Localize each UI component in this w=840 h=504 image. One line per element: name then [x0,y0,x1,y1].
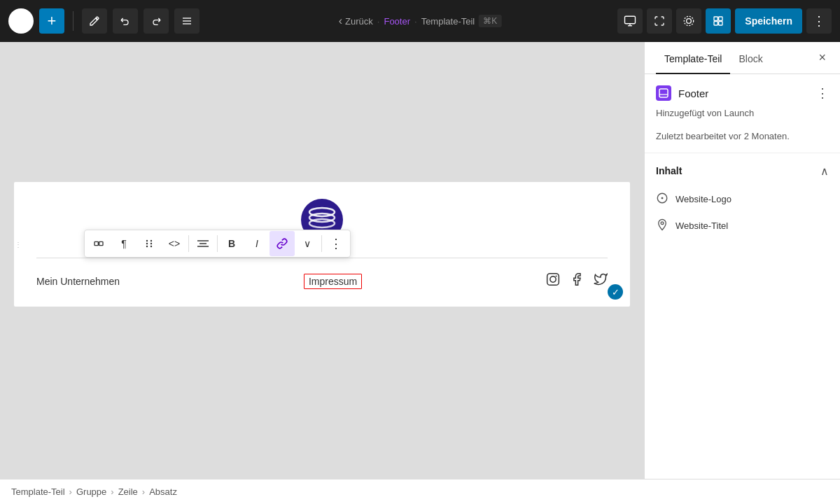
instagram-icon[interactable] [546,272,560,290]
block-options-button[interactable]: ⋮ [323,231,349,256]
social-icons-row [546,272,608,290]
desktop-view-button[interactable] [617,8,643,34]
tab-template-teil[interactable]: Template-Teil [656,42,730,74]
svg-rect-27 [547,274,559,286]
toolbar-sep1 [188,235,189,252]
sidebar-footer-title-row: Footer ⋮ [645,74,840,106]
back-button[interactable]: Zurück [339,15,373,27]
list-view-button[interactable] [174,8,200,34]
redo-button[interactable] [144,8,169,34]
location-icon [656,218,668,234]
wp-logo-icon[interactable] [8,8,34,34]
footer-block-icon [656,85,671,101]
sidebar-tabs: Template-Teil Block × [645,42,840,74]
inhalt-toggle-button[interactable]: ∧ [820,164,829,178]
save-button[interactable]: Speichern [735,8,802,34]
website-titel-label: Website-Titel [676,220,728,231]
sidebar-last-edited: Zuletzt bearbeitet vor 2 Monaten. [645,130,840,153]
footer-menu-button[interactable]: ⋮ [816,85,829,101]
svg-point-34 [661,221,664,224]
svg-point-19 [146,246,148,247]
topbar: + Zurück · Footer · Template-Teil ⌘K Spe… [0,0,840,42]
add-block-button[interactable]: + [39,8,64,34]
align-button[interactable] [190,231,216,256]
svg-point-29 [556,275,557,276]
footer-bottom-row: Mein Unternehmen Impressum [36,272,608,290]
svg-point-33 [662,197,663,199]
svg-point-8 [685,16,694,25]
breadcrumb-absatz[interactable]: Absatz [149,486,177,497]
sidebar-inhalt-header: Inhalt ∧ [645,153,840,186]
canvas-bottom-space [0,307,644,479]
bottom-breadcrumb: Template-Teil › Gruppe › Zeile › Absatz [0,479,840,504]
breadcrumb-type: Template-Teil [421,16,475,27]
left-drag-handle[interactable]: ⋮ [14,230,21,258]
circle-icon [656,192,668,207]
block-toolbar: ¶ <> B I ∨ ⋮ [84,230,351,258]
svg-rect-11 [714,22,718,25]
more-inline-button[interactable]: ∨ [295,231,320,256]
fullscreen-button[interactable] [647,8,672,34]
styles-button[interactable] [706,8,731,34]
svg-point-20 [150,246,152,247]
breadcrumb-footer[interactable]: Footer [384,16,410,27]
sidebar-item-website-titel[interactable]: Website-Titel [645,213,840,239]
svg-rect-12 [719,22,722,25]
more-options-button[interactable]: ⋮ [806,8,832,34]
svg-rect-30 [659,89,668,97]
topbar-right: Speichern ⋮ [617,8,832,34]
breadcrumb-zeile[interactable]: Zeile [118,486,138,497]
footer-block-label: Footer [678,88,708,99]
facebook-icon[interactable] [570,272,584,290]
main-area: ¶ <> B I ∨ ⋮ ⋮ [0,42,840,479]
bold-button[interactable]: B [219,231,244,256]
bb-sep1: › [69,486,72,497]
separator [73,11,74,31]
svg-point-18 [150,243,152,244]
svg-point-28 [550,276,556,282]
drag-dots-icon: ⋮ [15,241,21,248]
transform-button[interactable] [86,231,111,256]
link-button[interactable] [270,231,295,256]
inhalt-label: Inhalt [656,165,682,176]
sidebar-close-button[interactable]: × [816,48,829,68]
svg-point-15 [146,240,148,241]
svg-point-26 [309,219,335,227]
sidebar-added-by: Hinzugefügt von Launch [645,106,840,130]
svg-rect-13 [94,241,98,245]
breadcrumb-center: Zurück · Footer · Template-Teil ⌘K [339,15,502,27]
impressum-link[interactable]: Impressum [304,274,362,289]
breadcrumb-template-teil[interactable]: Template-Teil [11,486,65,497]
paragraph-button[interactable]: ¶ [111,231,136,256]
toolbar-sep2 [217,235,218,252]
svg-point-16 [150,240,152,241]
keyboard-shortcut: ⌘K [479,15,501,27]
footer-check-icon: ✓ [608,284,623,300]
svg-point-7 [687,19,692,24]
bb-sep3: › [142,486,145,497]
svg-rect-4 [625,16,636,24]
tab-block[interactable]: Block [730,42,771,74]
breadcrumb-separator2: · [414,16,417,27]
twitter-icon[interactable] [594,272,608,290]
italic-button[interactable]: I [244,231,270,256]
edit-mode-button[interactable] [82,8,107,34]
drag-handle-button[interactable] [136,231,162,256]
undo-button[interactable] [113,8,138,34]
canvas-area: ¶ <> B I ∨ ⋮ ⋮ [0,42,644,479]
company-name: Mein Unternehmen [36,276,120,287]
toolbar-sep3 [321,235,322,252]
website-logo-label: Website-Logo [676,194,732,204]
breadcrumb-separator: · [377,16,380,27]
svg-point-17 [146,243,148,244]
code-view-button[interactable]: <> [162,231,187,256]
svg-rect-10 [719,17,722,20]
theme-toggle-button[interactable] [676,8,701,34]
sidebar: Template-Teil Block × Footer ⋮ Hinzugefü… [644,42,840,479]
breadcrumb-gruppe[interactable]: Gruppe [76,486,106,497]
sidebar-item-website-logo[interactable]: Website-Logo [645,186,840,213]
svg-rect-14 [99,241,103,245]
canvas-top-space [0,42,644,182]
footer-divider [36,258,608,258]
svg-rect-9 [714,17,718,20]
